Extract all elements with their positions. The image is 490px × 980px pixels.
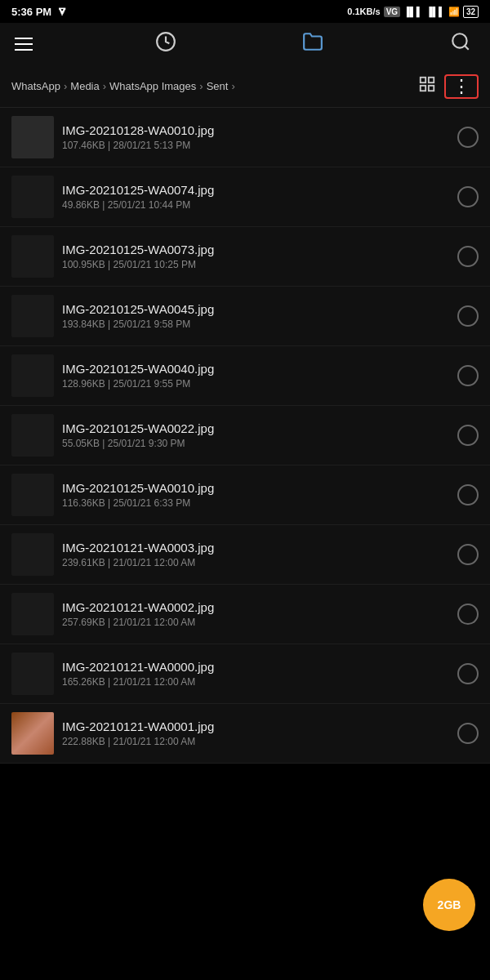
breadcrumb-media[interactable]: Media: [70, 80, 99, 92]
file-name: IMG-20210121-WA0000.jpg: [62, 660, 449, 674]
svg-rect-4: [429, 78, 434, 82]
file-item[interactable]: IMG-20210121-WA0000.jpg165.26KB | 21/01/…: [0, 644, 490, 704]
file-meta: 107.46KB | 28/01/21 5:13 PM: [62, 140, 449, 151]
file-meta: 116.36KB | 25/01/21 6:33 PM: [62, 497, 449, 509]
file-info: IMG-20210125-WA0045.jpg193.84KB | 25/01/…: [62, 302, 449, 330]
status-bar: 5:36 PM ⛛ 0.1KB/s VG ▐▌▌ ▐▌▌ 📶 32: [0, 0, 490, 23]
file-item[interactable]: IMG-20210121-WA0003.jpg239.61KB | 21/01/…: [0, 525, 490, 585]
file-meta: 128.96KB | 25/01/21 9:55 PM: [62, 378, 449, 390]
file-thumbnail: [11, 474, 54, 516]
file-thumbnail: [11, 176, 54, 218]
file-name: IMG-20210125-WA0074.jpg: [62, 183, 449, 197]
grid-view-button[interactable]: [413, 74, 441, 99]
file-info: IMG-20210125-WA0010.jpg116.36KB | 25/01/…: [62, 481, 449, 509]
file-item[interactable]: IMG-20210125-WA0045.jpg193.84KB | 25/01/…: [0, 287, 490, 346]
file-thumbnail: [11, 593, 54, 635]
svg-rect-5: [421, 86, 425, 91]
file-item[interactable]: IMG-20210128-WA0010.jpg107.46KB | 28/01/…: [0, 108, 490, 167]
file-meta: 193.84KB | 25/01/21 9:58 PM: [62, 318, 449, 330]
breadcrumb-actions: ⋮: [413, 74, 479, 99]
search-button[interactable]: [446, 31, 475, 57]
file-name: IMG-20210128-WA0010.jpg: [62, 123, 449, 137]
file-thumbnail: [11, 712, 54, 755]
svg-line-2: [465, 46, 469, 50]
battery-icon: 32: [463, 6, 479, 18]
file-select-circle[interactable]: [457, 663, 479, 684]
file-item[interactable]: IMG-20210125-WA0040.jpg128.96KB | 25/01/…: [0, 346, 490, 406]
status-left: 5:36 PM ⛛: [11, 5, 68, 18]
file-thumbnail: [11, 295, 54, 337]
file-name: IMG-20210125-WA0045.jpg: [62, 302, 449, 316]
file-list: IMG-20210128-WA0010.jpg107.46KB | 28/01/…: [0, 108, 490, 764]
file-select-circle[interactable]: [457, 425, 479, 446]
file-item[interactable]: IMG-20210125-WA0010.jpg116.36KB | 25/01/…: [0, 466, 490, 525]
top-nav: [0, 23, 490, 65]
file-info: IMG-20210128-WA0010.jpg107.46KB | 28/01/…: [62, 123, 449, 151]
file-thumbnail: [11, 235, 54, 278]
carrier-label: VG: [384, 7, 400, 17]
breadcrumb-bar: WhatsApp › Media › WhatsApp Images › Sen…: [0, 65, 490, 108]
status-time: 5:36 PM: [11, 6, 51, 18]
file-thumbnail: [11, 653, 54, 695]
svg-rect-6: [429, 86, 434, 91]
file-info: IMG-20210125-WA0074.jpg49.86KB | 25/01/2…: [62, 183, 449, 211]
wifi-icon: 📶: [448, 7, 460, 17]
breadcrumb-sep-1: ›: [64, 80, 67, 92]
storage-fab[interactable]: 2GB: [423, 879, 475, 931]
breadcrumb-sep-2: ›: [103, 80, 106, 92]
file-meta: 49.86KB | 25/01/21 10:44 PM: [62, 199, 449, 211]
file-meta: 100.95KB | 25/01/21 10:25 PM: [62, 259, 449, 270]
file-item[interactable]: IMG-20210121-WA0001.jpg222.88KB | 21/01/…: [0, 704, 490, 764]
file-thumbnail: [11, 414, 54, 457]
file-name: IMG-20210121-WA0003.jpg: [62, 541, 449, 555]
file-meta: 239.61KB | 21/01/21 12:00 AM: [62, 557, 449, 568]
file-meta: 257.69KB | 21/01/21 12:00 AM: [62, 617, 449, 628]
file-info: IMG-20210121-WA0000.jpg165.26KB | 21/01/…: [62, 660, 449, 688]
svg-rect-3: [421, 78, 425, 82]
fab-label: 2GB: [438, 898, 461, 911]
file-item[interactable]: IMG-20210121-WA0002.jpg257.69KB | 21/01/…: [0, 585, 490, 644]
file-info: IMG-20210125-WA0022.jpg55.05KB | 25/01/2…: [62, 421, 449, 449]
file-name: IMG-20210121-WA0002.jpg: [62, 600, 449, 614]
file-info: IMG-20210121-WA0001.jpg222.88KB | 21/01/…: [62, 719, 449, 747]
file-meta: 165.26KB | 21/01/21 12:00 AM: [62, 676, 449, 688]
file-thumbnail: [11, 354, 54, 397]
more-options-button[interactable]: ⋮: [444, 74, 479, 99]
file-item[interactable]: IMG-20210125-WA0022.jpg55.05KB | 25/01/2…: [0, 406, 490, 466]
file-info: IMG-20210121-WA0002.jpg257.69KB | 21/01/…: [62, 600, 449, 628]
file-info: IMG-20210125-WA0040.jpg128.96KB | 25/01/…: [62, 362, 449, 390]
breadcrumb-sep-4: ›: [231, 80, 234, 92]
file-select-circle[interactable]: [457, 246, 479, 267]
file-select-circle[interactable]: [457, 544, 479, 565]
file-thumbnail: [11, 116, 54, 158]
signal-icon-2: ▐▌▌: [425, 7, 444, 16]
file-select-circle[interactable]: [457, 484, 479, 506]
breadcrumb-whatsapp[interactable]: WhatsApp: [11, 80, 60, 92]
file-meta: 55.05KB | 25/01/21 9:30 PM: [62, 438, 449, 449]
folder-button[interactable]: [298, 31, 327, 57]
svg-point-1: [452, 33, 466, 47]
file-select-circle[interactable]: [457, 604, 479, 625]
file-meta: 222.88KB | 21/01/21 12:00 AM: [62, 736, 449, 747]
file-info: IMG-20210121-WA0003.jpg239.61KB | 21/01/…: [62, 541, 449, 568]
file-thumbnail: [11, 533, 54, 576]
file-item[interactable]: IMG-20210125-WA0074.jpg49.86KB | 25/01/2…: [0, 167, 490, 227]
breadcrumb-sent[interactable]: Sent: [207, 80, 229, 92]
file-name: IMG-20210125-WA0010.jpg: [62, 481, 449, 495]
file-name: IMG-20210125-WA0073.jpg: [62, 243, 449, 256]
breadcrumb-whatsapp-images[interactable]: WhatsApp Images: [109, 80, 196, 92]
file-item[interactable]: IMG-20210125-WA0073.jpg100.95KB | 25/01/…: [0, 227, 490, 287]
history-button[interactable]: [151, 31, 180, 57]
file-name: IMG-20210125-WA0022.jpg: [62, 421, 449, 435]
file-name: IMG-20210125-WA0040.jpg: [62, 362, 449, 376]
status-right: 0.1KB/s VG ▐▌▌ ▐▌▌ 📶 32: [347, 6, 479, 18]
file-select-circle[interactable]: [457, 305, 479, 327]
menu-button[interactable]: [15, 38, 33, 51]
file-select-circle[interactable]: [457, 723, 479, 744]
file-select-circle[interactable]: [457, 365, 479, 386]
file-select-circle[interactable]: [457, 127, 479, 148]
file-info: IMG-20210125-WA0073.jpg100.95KB | 25/01/…: [62, 243, 449, 270]
file-select-circle[interactable]: [457, 186, 479, 207]
signal-icon: ▐▌▌: [403, 7, 422, 16]
backup-icon: ⛛: [56, 5, 68, 18]
